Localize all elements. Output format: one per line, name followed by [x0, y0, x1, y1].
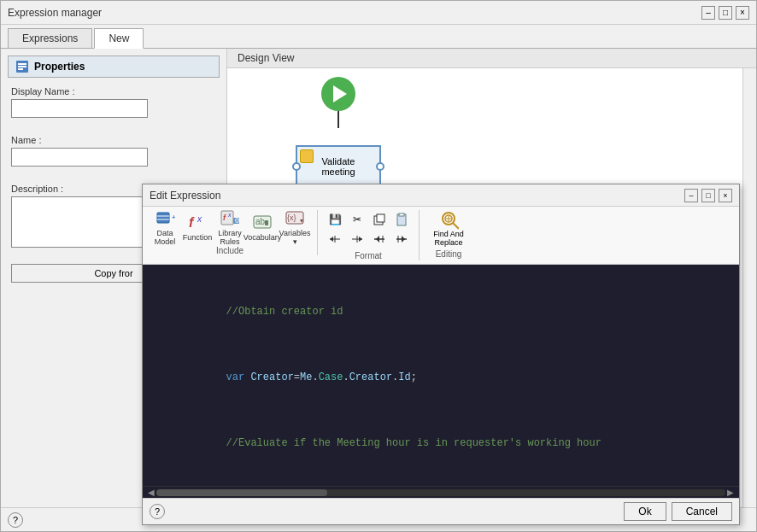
toolbar-variables-button[interactable]: {x} Variables ▾ — [279, 210, 310, 244]
svg-rect-3 — [18, 68, 23, 70]
svg-rect-1 — [18, 63, 26, 65]
minimize-button[interactable]: – — [701, 6, 715, 20]
dialog-toolbar: + DataModel f x Function — [143, 207, 739, 265]
dialog-max-button[interactable]: □ — [701, 189, 715, 202]
format-group-label: Format — [355, 251, 382, 260]
maximize-button[interactable]: □ — [719, 6, 732, 20]
toolbar-indent-right-button[interactable] — [347, 230, 367, 248]
dialog-title-bar: Edit Expression – □ × — [143, 184, 739, 207]
scroll-right-arrow[interactable]: ▶ — [725, 488, 736, 497]
close-button[interactable]: × — [736, 6, 749, 20]
cancel-button[interactable]: Cancel — [672, 502, 732, 521]
flow-task-node[interactable]: Validatemeeting — [296, 145, 381, 188]
svg-text:f: f — [189, 215, 195, 230]
form-display-name: Display Name : — [1, 78, 226, 126]
toolbar-data-model-button[interactable]: + DataModel — [150, 210, 180, 244]
library-rules-label: LibraryRules — [218, 230, 242, 247]
dialog-title: Edit Expression — [150, 190, 220, 202]
variables-icon: {x} — [285, 208, 305, 228]
play-icon — [333, 85, 347, 102]
svg-text:{x}: {x} — [287, 213, 296, 222]
task-dot-left — [292, 162, 301, 171]
format-row-2 — [325, 230, 412, 248]
name-input[interactable] — [11, 148, 148, 167]
function-icon: f x — [187, 212, 208, 232]
scroll-thumb[interactable] — [156, 489, 327, 496]
toolbar-editing-icons: Find And Replace — [426, 210, 471, 248]
tab-new[interactable]: New — [94, 28, 144, 49]
code-line-4: if (CHelper.IsWorkingMinuteForUser(Creat… — [177, 468, 732, 486]
window-title: Expression manager — [8, 7, 102, 19]
toolbar-paste-button[interactable] — [391, 210, 412, 229]
toolbar-library-rules-button[interactable]: f x ⚙ LibraryRules — [214, 210, 245, 244]
task-dot-right — [376, 162, 384, 171]
toolbar-vocabulary-button[interactable]: ab Vocabulary — [247, 210, 278, 244]
find-replace-icon — [438, 210, 459, 231]
library-rules-icon: f x ⚙ — [220, 208, 240, 228]
svg-marker-32 — [376, 236, 379, 243]
code-line-3: //Evaluate if the Meeting hour is in req… — [177, 403, 732, 469]
toolbar-outdent-button[interactable] — [369, 230, 390, 248]
svg-text:ab: ab — [255, 217, 266, 226]
design-scrollbar-v[interactable] — [742, 68, 756, 507]
properties-label: Properties — [34, 61, 85, 73]
svg-rect-17 — [265, 220, 268, 225]
svg-text:x: x — [197, 214, 202, 224]
scroll-left-arrow[interactable]: ◀ — [146, 488, 156, 497]
toolbar-include-icons: + DataModel f x Function — [150, 210, 310, 244]
include-group-label: Include — [216, 246, 244, 255]
toolbar-find-replace-button[interactable]: Find And Replace — [426, 210, 471, 248]
toolbar-group-format: 💾 ✂ — [325, 210, 420, 260]
svg-marker-35 — [402, 236, 405, 243]
status-help-icon[interactable]: ? — [8, 512, 23, 528]
data-model-label: DataModel — [155, 230, 176, 247]
tabs-row: Expressions New — [1, 25, 756, 49]
editing-group-label: Editing — [436, 249, 462, 259]
svg-rect-4 — [157, 213, 169, 223]
toolbar-group-editing: Find And Replace Editing — [426, 210, 478, 259]
svg-rect-24 — [399, 213, 404, 216]
variables-label: Variables ▾ — [279, 230, 311, 247]
name-label: Name : — [11, 135, 216, 145]
vocabulary-label: Vocabulary — [244, 234, 282, 243]
tab-expressions[interactable]: Expressions — [8, 28, 92, 48]
title-bar-controls: – □ × — [701, 6, 749, 20]
dialog-footer: ? Ok Cancel — [143, 498, 739, 524]
dialog-footer-buttons: Ok Cancel — [624, 502, 732, 521]
toolbar-indent-left-button[interactable] — [325, 230, 345, 248]
svg-text:+: + — [172, 213, 175, 221]
toolbar-save-button[interactable]: 💾 — [325, 210, 345, 229]
scroll-track[interactable] — [156, 489, 725, 496]
flow-start-node — [321, 77, 355, 111]
function-label: Function — [183, 234, 213, 243]
toolbar-copy-button[interactable] — [369, 210, 390, 229]
toolbar-group-include: + DataModel f x Function — [150, 210, 318, 255]
design-view-header: Design View — [227, 49, 756, 68]
dialog-close-button[interactable]: × — [719, 189, 732, 202]
toolbar-indent-button[interactable] — [391, 230, 412, 248]
dialog-min-button[interactable]: – — [684, 189, 698, 202]
edit-expression-dialog: Edit Expression – □ × — [142, 184, 740, 525]
dialog-help-icon[interactable]: ? — [150, 504, 165, 519]
vocabulary-icon: ab — [252, 212, 273, 232]
toolbar-function-button[interactable]: f x Function — [182, 210, 213, 244]
code-line-2: var Creator=Me.Case.Creator.Id; — [177, 337, 732, 403]
svg-marker-26 — [330, 237, 333, 242]
flow-diagram: Validatemeeting — [296, 77, 381, 188]
svg-line-38 — [453, 223, 459, 229]
expression-manager-window: Expression manager – □ × Expressions New — [0, 0, 757, 532]
title-bar: Expression manager – □ × — [1, 1, 756, 25]
code-scrollbar[interactable]: ◀ ▶ — [143, 486, 739, 498]
svg-marker-29 — [359, 237, 362, 242]
code-editor[interactable]: //Obtain creator id var Creator=Me.Case.… — [143, 265, 739, 486]
display-name-input[interactable] — [11, 99, 148, 118]
toolbar-cut-button[interactable]: ✂ — [347, 210, 367, 229]
display-name-label: Display Name : — [11, 86, 216, 96]
data-model-icon: + — [155, 208, 175, 228]
task-label: Validatemeeting — [321, 156, 355, 177]
svg-text:⚙: ⚙ — [234, 217, 240, 225]
dialog-controls: – □ × — [684, 189, 732, 202]
svg-rect-22 — [377, 214, 384, 222]
svg-rect-2 — [18, 66, 26, 67]
ok-button[interactable]: Ok — [624, 502, 666, 521]
